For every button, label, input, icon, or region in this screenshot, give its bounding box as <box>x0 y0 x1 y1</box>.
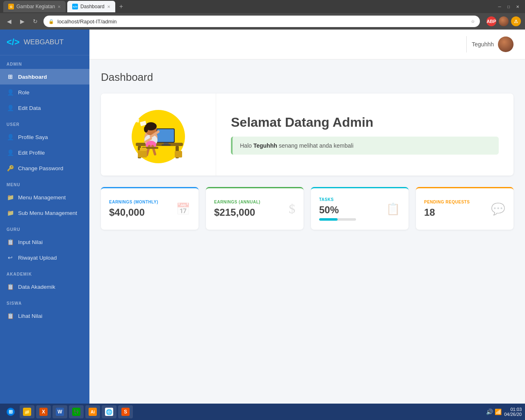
svg-rect-5 <box>157 129 174 142</box>
logo-gabut: GABUT <box>40 38 64 46</box>
sidebar-item-menu-management-label: Menu Management <box>18 194 66 201</box>
sys-tray-icons: 🔊 📶 <box>486 409 502 415</box>
sidebar-item-profile-saya[interactable]: 👤 Profile Saya <box>0 129 89 145</box>
avatar[interactable] <box>498 37 514 52</box>
sub-menu-icon: 📁 <box>7 210 14 216</box>
key-icon: 🔑 <box>7 165 14 171</box>
start-button[interactable]: ⊞ <box>3 405 18 418</box>
tab-dashboard-label: Dashboard <box>80 4 105 9</box>
extension-icon-1[interactable]: ABP <box>486 16 496 26</box>
stat-value-earnings-annual: $215,000 <box>214 207 260 218</box>
sidebar-item-change-password-label: Change Password <box>18 165 63 171</box>
header-divider <box>466 36 467 52</box>
stat-card-earnings-annual: EARNINGS (ANNUAL) $215,000 $ <box>206 187 304 230</box>
taskbar-ai[interactable]: Ai <box>85 405 100 418</box>
network-icon: 🔊 <box>486 409 493 415</box>
stat-value-earnings-monthly: $40,000 <box>109 207 158 218</box>
taskbar-sublime[interactable]: S <box>118 405 133 418</box>
svg-rect-19 <box>138 150 147 158</box>
header-username: Teguhhh <box>472 41 494 48</box>
taskbar-word[interactable]: W <box>52 405 67 418</box>
progress-bar-fill <box>319 218 338 221</box>
input-nilai-icon: 📋 <box>7 239 14 245</box>
taskbar-xampp[interactable]: X <box>36 405 51 418</box>
sidebar-item-dashboard[interactable]: ⊞ Dashboard <box>0 69 89 84</box>
stat-label-earnings-annual: EARNINGS (ANNUAL) <box>214 200 260 204</box>
star-icon[interactable]: ☆ <box>471 19 475 24</box>
minimize-button[interactable]: ─ <box>495 2 504 11</box>
sidebar-item-data-akademik[interactable]: 📋 Data Akademik <box>0 279 89 294</box>
sidebar-item-edit-data[interactable]: 👤 Edit Data <box>0 100 89 116</box>
address-bar[interactable]: 🔒 localhost/Rapot-IT/admin ☆ <box>43 16 480 27</box>
stat-info-pending-requests: PENDING REQUESTS 18 <box>424 200 470 218</box>
user-profile-icon[interactable] <box>499 16 509 26</box>
profile-icon: 👤 <box>7 134 14 140</box>
taskbar-file-explorer[interactable]: 📁 <box>20 405 34 418</box>
sidebar-item-sub-menu-management[interactable]: 📁 Sub Menu Management <box>0 205 89 221</box>
sidebar: </> WEBGABUT ADMIN ⊞ Dashboard 👤 Role 👤 … <box>0 30 89 420</box>
sidebar-item-riwayat-upload[interactable]: ↩ Riwayat Upload <box>0 250 89 265</box>
sidebar-item-change-password[interactable]: 🔑 Change Password <box>0 160 89 176</box>
volume-icon: 📶 <box>495 409 502 415</box>
extension-icon-2[interactable]: ⚠ <box>511 16 521 26</box>
lihat-nilai-icon: 📋 <box>7 313 14 319</box>
taskbar-currency[interactable]: 💱 <box>69 405 84 418</box>
svg-rect-21 <box>175 151 182 158</box>
stat-icon-clipboard: 📋 <box>386 202 400 216</box>
window-controls: ─ □ ✕ <box>495 2 522 11</box>
close-button[interactable]: ✕ <box>514 2 522 11</box>
logo-web: WEB <box>24 38 40 46</box>
stat-icon-calendar: 📅 <box>176 202 190 216</box>
file-explorer-icon: 📁 <box>23 408 31 416</box>
stat-info-tasks: TASKS 50% <box>319 197 356 221</box>
main-content: Teguhhh Dashboard <box>89 30 525 420</box>
sidebar-section-admin: ADMIN <box>0 55 89 69</box>
forward-button[interactable]: ▶ <box>17 16 27 26</box>
tab-dashboard-close[interactable]: ✕ <box>107 5 110 9</box>
welcome-text: Selamat Datang Admin Halo Teguhhh senang… <box>216 94 514 176</box>
sidebar-item-role[interactable]: 👤 Role <box>0 84 89 100</box>
sidebar-item-edit-profile[interactable]: 👤 Edit Profile <box>0 145 89 160</box>
tab-gambar-kegiatan[interactable]: G Gambar Kegiatan ✕ <box>3 1 66 12</box>
stats-row: EARNINGS (MONTHLY) $40,000 📅 EARNINGS (A… <box>101 187 514 230</box>
address-text: localhost/Rapot-IT/admin <box>57 18 468 25</box>
svg-rect-1 <box>136 143 183 146</box>
taskbar-chrome[interactable]: 🌐 <box>102 405 116 418</box>
stat-card-pending-requests: PENDING REQUESTS 18 💬 <box>416 187 514 230</box>
sidebar-section-user: USER <box>0 116 89 129</box>
sidebar-section-menu: MENU <box>0 176 89 189</box>
role-icon: 👤 <box>7 89 14 96</box>
tab-gambar-close[interactable]: ✕ <box>57 5 61 9</box>
reload-button[interactable]: ↻ <box>30 16 40 26</box>
chrome-icon: 🌐 <box>105 408 113 416</box>
maximize-button[interactable]: □ <box>504 2 513 11</box>
stat-label-tasks: TASKS <box>319 197 356 202</box>
edit-data-icon: 👤 <box>7 105 14 111</box>
sidebar-item-menu-management[interactable]: 📁 Menu Management <box>0 189 89 205</box>
menu-mgmt-icon: 📁 <box>7 194 14 201</box>
sidebar-item-sub-menu-label: Sub Menu Management <box>18 210 77 216</box>
toolbar-icons: ABP ⚠ <box>486 16 521 26</box>
header-user: Teguhhh <box>472 37 514 52</box>
welcome-title: Selamat Datang Admin <box>231 115 499 130</box>
taskbar: ⊞ 📁 X W 💱 Ai 🌐 S 🔊 📶 01:03 04/26/20 <box>0 404 525 420</box>
back-button[interactable]: ◀ <box>4 16 14 26</box>
data-akademik-icon: 📋 <box>7 283 14 290</box>
stat-value-pending-requests: 18 <box>424 207 470 218</box>
stat-icon-chat: 💬 <box>491 202 505 216</box>
taskbar-right: 🔊 📶 01:03 04/26/20 <box>486 407 522 417</box>
sidebar-item-role-label: Role <box>18 89 30 96</box>
tab-dashboard[interactable]: </> Dashboard ✕ <box>67 1 115 12</box>
sidebar-item-lihat-nilai[interactable]: 📋 Lihat Nilai <box>0 308 89 324</box>
stat-label-pending-requests: PENDING REQUESTS <box>424 200 470 204</box>
sidebar-item-input-nilai[interactable]: 📋 Input Nilai <box>0 234 89 250</box>
new-tab-button[interactable]: + <box>117 3 126 10</box>
browser-toolbar: ◀ ▶ ↻ 🔒 localhost/Rapot-IT/admin ☆ ABP ⚠ <box>0 13 525 30</box>
logo-text: WEBGABUT <box>24 38 64 46</box>
stat-card-tasks: TASKS 50% 📋 <box>311 187 409 230</box>
sidebar-item-input-nilai-label: Input Nilai <box>18 239 43 245</box>
main-header: Teguhhh <box>89 30 525 59</box>
edit-profile-icon: 👤 <box>7 149 14 156</box>
stat-info-earnings-monthly: EARNINGS (MONTHLY) $40,000 <box>109 200 158 218</box>
browser-titlebar: G Gambar Kegiatan ✕ </> Dashboard ✕ + ─ … <box>0 0 525 13</box>
